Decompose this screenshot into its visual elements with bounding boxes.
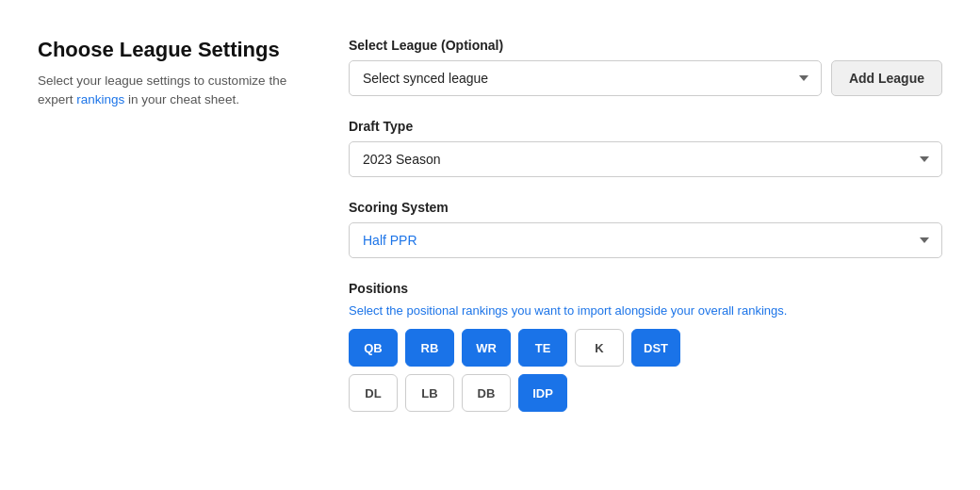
scoring-label: Scoring System <box>349 200 942 215</box>
pos-dst-button[interactable]: DST <box>631 329 680 367</box>
rankings-link[interactable]: rankings <box>76 92 124 106</box>
positions-section: Positions Select the positional rankings… <box>349 281 942 412</box>
scoring-select-wrapper: Half PPR <box>349 222 942 258</box>
league-select[interactable]: Select synced league <box>349 60 822 96</box>
draft-type-select-wrapper: 2023 Season <box>349 141 942 177</box>
right-panel: Select League (Optional) Select synced l… <box>339 38 942 419</box>
page-description: Select your league settings to customize… <box>38 72 302 110</box>
select-league-label: Select League (Optional) <box>349 38 942 53</box>
pos-db-button[interactable]: DB <box>462 374 511 412</box>
positions-label: Positions <box>349 281 942 296</box>
pos-idp-button[interactable]: IDP <box>518 374 567 412</box>
left-panel: Choose League Settings Select your leagu… <box>38 38 339 110</box>
draft-type-group: Draft Type 2023 Season <box>349 119 942 177</box>
pos-lb-button[interactable]: LB <box>405 374 454 412</box>
select-league-group: Select League (Optional) Select synced l… <box>349 38 942 96</box>
league-select-wrapper: Select synced league <box>349 60 822 96</box>
draft-type-select[interactable]: 2023 Season <box>349 141 942 177</box>
pos-rb-button[interactable]: RB <box>405 329 454 367</box>
scoring-group: Scoring System Half PPR <box>349 200 942 258</box>
pos-dl-button[interactable]: DL <box>349 374 398 412</box>
select-league-row: Select synced league Add League <box>349 60 942 96</box>
pos-qb-button[interactable]: QB <box>349 329 398 367</box>
pos-wr-button[interactable]: WR <box>462 329 511 367</box>
draft-type-label: Draft Type <box>349 119 942 134</box>
page-title: Choose League Settings <box>38 38 302 62</box>
pos-k-button[interactable]: K <box>575 329 624 367</box>
add-league-button[interactable]: Add League <box>831 60 942 96</box>
positions-row-1: QB RB WR TE K DST <box>349 329 942 367</box>
scoring-select[interactable]: Half PPR <box>349 222 942 258</box>
positions-row-2: DL LB DB IDP <box>349 374 942 412</box>
positions-description: Select the positional rankings you want … <box>349 303 942 318</box>
pos-te-button[interactable]: TE <box>518 329 567 367</box>
